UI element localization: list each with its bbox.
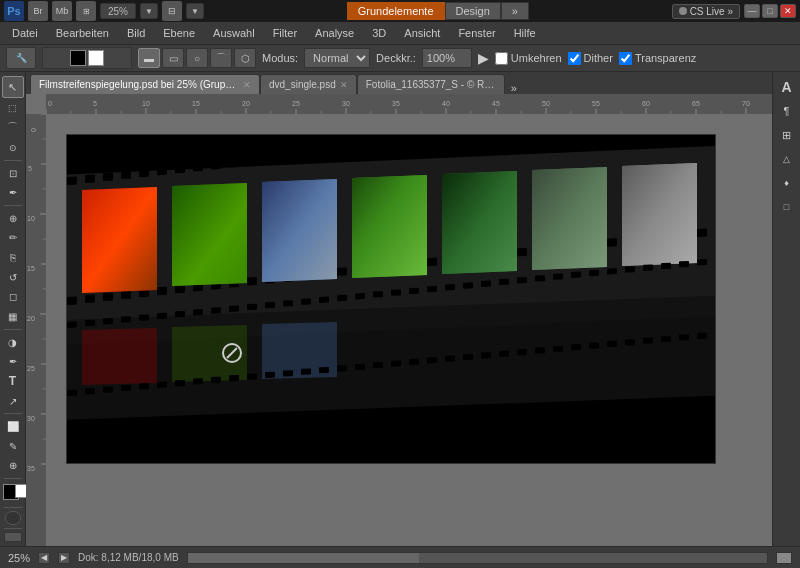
scroll-track[interactable] (187, 552, 768, 564)
menu-datei[interactable]: Datei (4, 25, 46, 41)
shape-lasso[interactable]: ⌒ (210, 48, 232, 68)
notes-tool[interactable]: ✎ (2, 437, 24, 456)
rp-paragraph-icon[interactable]: ¶ (776, 100, 798, 122)
film-canvas[interactable] (66, 134, 716, 464)
svg-text:35: 35 (392, 100, 400, 107)
tab-design[interactable]: Design (445, 2, 501, 20)
shape-rounded[interactable]: ▭ (162, 48, 184, 68)
svg-text:65: 65 (692, 100, 700, 107)
cs-live-btn[interactable]: CS Live » (672, 4, 740, 19)
marquee-tool[interactable]: ⬚ (2, 99, 24, 118)
zoom-arrow[interactable]: ▼ (140, 3, 158, 19)
healing-tool[interactable]: ⊕ (2, 209, 24, 228)
rp-adjustments-icon[interactable]: △ (776, 148, 798, 170)
menu-ansicht[interactable]: Ansicht (396, 25, 448, 41)
svg-rect-218 (409, 359, 419, 365)
doc-tab-fotolia[interactable]: Fotolia_11635377_S - © Rene Wechsler - (357, 74, 505, 94)
doc-tab-main[interactable]: Filmstreifenspiegelung.psd bei 25% (Grup… (30, 74, 260, 94)
tool-preset-btn[interactable]: 🔧 (6, 47, 36, 69)
eyedropper-tool[interactable]: ✒ (2, 183, 24, 202)
tab-close-main[interactable]: ✕ (243, 80, 251, 90)
dither-checkbox[interactable]: Dither (568, 52, 613, 65)
deckkr-arrow[interactable]: ▶ (478, 50, 489, 66)
quick-mask[interactable] (5, 511, 21, 525)
zoom-display[interactable]: 25% (100, 3, 136, 19)
shape-options: ▬ ▭ ○ ⌒ ⬡ (138, 48, 256, 68)
bg-color-swatch[interactable] (88, 50, 104, 66)
clone-tool[interactable]: ⎘ (2, 248, 24, 267)
br-icon[interactable]: Br (28, 1, 48, 21)
transparenz-checkbox[interactable]: Transparenz (619, 52, 696, 65)
optionsbar: 🔧 ▬ ▭ ○ ⌒ ⬡ Modus: Normal Deckkr.: ▶ Umk… (0, 44, 800, 72)
canvas-scroll[interactable] (46, 114, 772, 546)
deckkr-input[interactable] (422, 48, 472, 68)
quick-select-tool[interactable]: ⊙ (2, 138, 24, 157)
svg-rect-91 (445, 136, 455, 145)
shape-rect[interactable]: ▬ (138, 48, 160, 68)
svg-text:25: 25 (27, 365, 35, 372)
svg-rect-89 (409, 140, 419, 149)
tab-close-dvd[interactable]: ✕ (340, 80, 348, 90)
menu-3d[interactable]: 3D (364, 25, 394, 41)
shape-polygon[interactable]: ⬡ (234, 48, 256, 68)
type-tool[interactable]: T (2, 372, 24, 391)
brush-tool[interactable]: ✏ (2, 229, 24, 248)
svg-marker-155 (532, 167, 607, 270)
svg-rect-227 (571, 344, 581, 350)
lasso-tool[interactable]: ⌒ (2, 119, 24, 138)
canvas-area[interactable]: 0 5 10 15 20 25 30 35 40 (26, 94, 772, 546)
mb-icon[interactable]: Mb (52, 1, 72, 21)
next-state-btn[interactable]: ▶ (58, 552, 70, 564)
layout-icon[interactable]: ⊞ (76, 1, 96, 21)
shape-tool[interactable]: ⬜ (2, 417, 24, 436)
shape-ellipse[interactable]: ○ (186, 48, 208, 68)
menu-hilfe[interactable]: Hilfe (506, 25, 544, 41)
screen-mode[interactable] (4, 532, 22, 542)
doc-tab-dvd[interactable]: dvd_single.psd ✕ (260, 74, 357, 94)
rp-layers-icon[interactable]: ⊞ (776, 124, 798, 146)
modus-select[interactable]: Normal (304, 48, 370, 68)
tab-grundelemente[interactable]: Grundelemente (347, 2, 445, 20)
menu-auswahl[interactable]: Auswahl (205, 25, 263, 41)
history-tool[interactable]: ↺ (2, 268, 24, 287)
view-icon[interactable]: ⊟ (162, 1, 182, 21)
rp-paths-icon[interactable]: □ (776, 196, 798, 218)
eraser-tool[interactable]: ◻ (2, 288, 24, 307)
menu-bild[interactable]: Bild (119, 25, 153, 41)
maximize-button[interactable]: □ (762, 4, 778, 18)
tab-overflow[interactable]: » (501, 2, 529, 20)
menu-ebene[interactable]: Ebene (155, 25, 203, 41)
svg-rect-95 (517, 135, 527, 136)
umkehren-checkbox[interactable]: Umkehren (495, 52, 562, 65)
menu-fenster[interactable]: Fenster (450, 25, 503, 41)
close-button[interactable]: ✕ (780, 4, 796, 18)
gradient-tool[interactable]: ▦ (2, 307, 24, 326)
svg-rect-178 (409, 288, 419, 294)
crop-tool[interactable]: ⊡ (2, 164, 24, 183)
canvas-inner (46, 114, 772, 484)
view-arrow[interactable]: ▼ (186, 3, 204, 19)
fg-color-swatch[interactable] (70, 50, 86, 66)
zoom-tool[interactable]: ⊕ (2, 457, 24, 476)
pen-tool[interactable]: ✒ (2, 352, 24, 371)
menu-analyse[interactable]: Analyse (307, 25, 362, 41)
rp-masks-icon[interactable]: ♦ (776, 172, 798, 194)
prohibit-cursor-icon (222, 343, 242, 363)
scroll-handle[interactable] (776, 552, 792, 564)
menu-filter[interactable]: Filter (265, 25, 305, 41)
move-tool[interactable]: ↖ (2, 76, 24, 98)
menu-bearbeiten[interactable]: Bearbeiten (48, 25, 117, 41)
minimize-button[interactable]: — (744, 4, 760, 18)
dodge-tool[interactable]: ◑ (2, 333, 24, 352)
svg-rect-169 (247, 304, 257, 310)
scroll-thumb[interactable] (188, 553, 420, 563)
svg-text:50: 50 (542, 100, 550, 107)
svg-rect-201 (103, 386, 113, 392)
svg-rect-92 (463, 135, 473, 142)
svg-rect-76 (175, 165, 185, 174)
rp-text-icon[interactable]: A (776, 76, 798, 98)
path-selection-tool[interactable]: ↗ (2, 392, 24, 411)
svg-rect-90 (427, 138, 437, 147)
tab-overflow-btn[interactable]: » (505, 82, 523, 94)
prev-state-btn[interactable]: ◀ (38, 552, 50, 564)
